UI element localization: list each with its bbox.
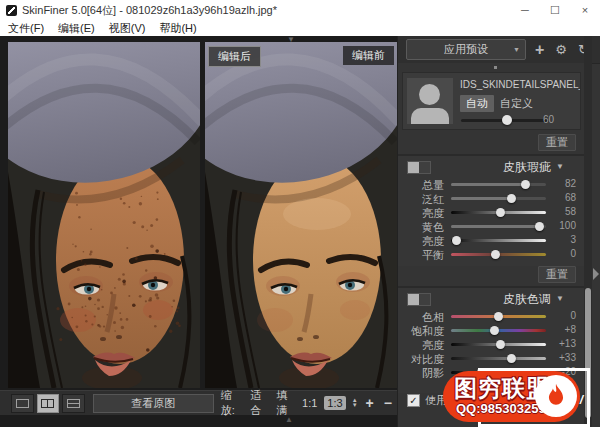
slider-knob[interactable] bbox=[496, 208, 505, 217]
zoom-out-button[interactable]: − bbox=[384, 395, 392, 411]
slider-value: 100 bbox=[542, 220, 576, 231]
split-horizontal-icon bbox=[67, 399, 80, 408]
split-vertical-icon bbox=[41, 399, 54, 408]
slider-fill bbox=[451, 197, 512, 200]
slider-value: 0 bbox=[542, 248, 576, 259]
section-enable-toggle[interactable] bbox=[407, 161, 431, 174]
slider-value: 68 bbox=[542, 192, 576, 203]
preset-toolbar: 应用预设 ▼ + ⚙ ↻ bbox=[398, 36, 600, 64]
tab-auto[interactable]: 自动 bbox=[460, 95, 494, 112]
slider-knob[interactable] bbox=[491, 250, 500, 259]
minimize-button[interactable]: ─ bbox=[510, 0, 540, 20]
slider-row: 色相0 bbox=[398, 309, 584, 323]
slider-track[interactable] bbox=[451, 197, 546, 200]
zoom-controls: 缩放: 适合 填满 1:1 1:3 ▲ ▼ + − bbox=[221, 388, 397, 418]
slider-row: 亮度58 bbox=[398, 205, 584, 219]
slider-knob[interactable] bbox=[507, 194, 516, 203]
reset-row: 重置 bbox=[398, 264, 584, 284]
zoom-spinner[interactable]: ▲ ▼ bbox=[352, 398, 358, 408]
zoom-1-1-button[interactable]: 1:1 bbox=[302, 397, 317, 409]
view-single-button[interactable] bbox=[11, 394, 34, 413]
skin-detail-card: IDS_SKINDETAILSPANEL_PORTR 自动 自定义 60 bbox=[402, 72, 581, 130]
slider-row: 亮度+13 bbox=[398, 337, 584, 351]
reset-button[interactable]: 重置 bbox=[538, 266, 576, 283]
zoom-fill-button[interactable]: 填满 bbox=[276, 388, 294, 418]
title-bar: SkinFiner 5.0[64位] - 081029z6h1a3y96h19a… bbox=[0, 0, 600, 20]
slider-track[interactable] bbox=[451, 239, 546, 242]
view-split-horizontal-button[interactable] bbox=[62, 394, 85, 413]
detail-slider-value: 60 bbox=[543, 114, 554, 125]
zoom-in-button[interactable]: + bbox=[366, 395, 374, 411]
section-header: 皮肤色调 ▼ bbox=[398, 288, 584, 309]
reset-row: 重置 bbox=[398, 132, 584, 152]
watermark-badge: 图穷联盟 QQ:985303259 bbox=[443, 371, 580, 422]
zoom-1-3-button[interactable]: 1:3 bbox=[324, 396, 345, 410]
slider-knob[interactable] bbox=[521, 180, 530, 189]
menu-help[interactable]: 帮助(H) bbox=[159, 21, 196, 36]
section-enable-toggle[interactable] bbox=[407, 293, 431, 306]
collapse-bottombar-icon[interactable]: ▲ bbox=[285, 415, 293, 424]
photo-area: ▼ bbox=[0, 36, 397, 427]
slider-row: 平衡0 bbox=[398, 247, 584, 261]
section-skin-blemish: 皮肤瑕疵 ▼ 总量82泛红68亮度58黄色100亮度3平衡0 bbox=[398, 154, 584, 266]
preset-dropdown-label: 应用预设 bbox=[444, 42, 488, 57]
slider-label: 阴影 bbox=[398, 366, 444, 381]
menu-bar: 文件(F) 编辑(E) 视图(V) 帮助(H) bbox=[0, 20, 600, 37]
slider-knob[interactable] bbox=[490, 326, 499, 335]
slider-knob[interactable] bbox=[494, 312, 503, 321]
slider-value: +13 bbox=[542, 338, 576, 349]
slider-fill bbox=[451, 225, 539, 228]
add-preset-icon[interactable]: + bbox=[535, 43, 544, 56]
before-label: 编辑前 bbox=[343, 46, 394, 65]
after-label: 编辑后 bbox=[208, 46, 261, 67]
flame-icon bbox=[535, 375, 577, 417]
detail-slider-knob[interactable] bbox=[502, 115, 512, 125]
dropdown-arrow-icon: ▼ bbox=[513, 46, 520, 53]
menu-file[interactable]: 文件(F) bbox=[8, 21, 44, 36]
viewer-toolbar: 查看原图 缩放: 适合 填满 1:1 1:3 ▲ ▼ + − bbox=[0, 390, 397, 415]
preset-dropdown[interactable]: 应用预设 ▼ bbox=[406, 39, 526, 60]
slider-knob[interactable] bbox=[507, 354, 516, 363]
menu-view[interactable]: 视图(V) bbox=[109, 21, 146, 36]
section-title: 皮肤色调 bbox=[503, 291, 551, 308]
zoom-fit-button[interactable]: 适合 bbox=[250, 388, 268, 418]
slider-knob[interactable] bbox=[452, 236, 461, 245]
slider-row: 对比度+33 bbox=[398, 351, 584, 365]
mask-checkbox[interactable]: ✓ bbox=[407, 394, 420, 407]
section-collapse-icon[interactable]: ▼ bbox=[556, 162, 564, 171]
gear-icon[interactable]: ⚙ bbox=[555, 43, 567, 56]
spinner-down-icon[interactable]: ▼ bbox=[352, 403, 358, 408]
view-original-button[interactable]: 查看原图 bbox=[93, 394, 214, 413]
slider-row: 总量82 bbox=[398, 177, 584, 191]
slider-track[interactable] bbox=[451, 183, 546, 186]
tab-custom[interactable]: 自定义 bbox=[494, 95, 539, 112]
maximize-button[interactable]: ☐ bbox=[540, 0, 570, 20]
section-title: 皮肤瑕疵 bbox=[503, 159, 551, 176]
card-title: IDS_SKINDETAILSPANEL_PORTR bbox=[460, 79, 580, 90]
watermark-qq: QQ:985303259 bbox=[456, 401, 546, 416]
window-controls: ─ ☐ × bbox=[510, 0, 600, 20]
panel-collapse-handle[interactable] bbox=[398, 63, 584, 71]
slider-row: 饱和度+8 bbox=[398, 323, 584, 337]
slider-value: 82 bbox=[542, 178, 576, 189]
slider-value: 0 bbox=[542, 310, 576, 321]
slider-track[interactable] bbox=[451, 225, 546, 228]
slider-row: 黄色100 bbox=[398, 219, 584, 233]
reset-button[interactable]: 重置 bbox=[538, 134, 576, 151]
slider-row: 泛红68 bbox=[398, 191, 584, 205]
panel-expand-arrow-icon[interactable] bbox=[593, 268, 599, 280]
slider-track[interactable] bbox=[451, 357, 546, 360]
slider-value: 58 bbox=[542, 206, 576, 217]
slider-row: 亮度3 bbox=[398, 233, 584, 247]
slider-fill bbox=[451, 183, 525, 186]
slider-knob[interactable] bbox=[496, 340, 505, 349]
skinfiner-window: SkinFiner 5.0[64位] - 081029z6h1a3y96h19a… bbox=[0, 0, 600, 427]
section-collapse-icon[interactable]: ▼ bbox=[556, 294, 564, 303]
before-image[interactable] bbox=[8, 42, 200, 388]
view-split-vertical-button[interactable] bbox=[37, 394, 60, 413]
close-button[interactable]: × bbox=[570, 0, 600, 20]
slider-label: 平衡 bbox=[398, 248, 444, 263]
mode-tabs: 自动 自定义 bbox=[460, 95, 539, 112]
menu-edit[interactable]: 编辑(E) bbox=[58, 21, 95, 36]
after-image[interactable] bbox=[205, 42, 397, 388]
